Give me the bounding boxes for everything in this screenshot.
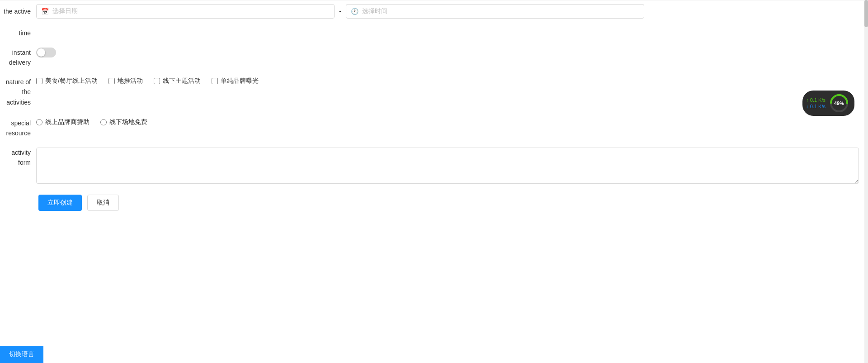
- radio-online-sponsor[interactable]: [36, 119, 42, 125]
- time-label-row: time: [0, 22, 868, 44]
- checkbox-item-ground[interactable]: 地推活动: [108, 77, 143, 85]
- checkbox-ground[interactable]: [108, 78, 115, 84]
- checkbox-food-label: 美食/餐厅线上活动: [45, 77, 98, 85]
- checkbox-brand[interactable]: [212, 78, 218, 84]
- toggle-thumb: [37, 48, 45, 57]
- checkbox-food[interactable]: [36, 78, 42, 84]
- instant-delivery-toggle[interactable]: [36, 48, 56, 57]
- gauge-percent-text: 49%: [834, 100, 844, 106]
- date-separator: -: [335, 8, 346, 15]
- page-container: the active 📅 选择日期 - 🕐 选择时间 time instant …: [0, 0, 868, 363]
- activity-textarea-content: [36, 148, 868, 184]
- checkbox-ground-label: 地推活动: [118, 77, 143, 85]
- checkbox-offline[interactable]: [154, 78, 160, 84]
- network-stats: ↑ 0.1 K/s ↓ 0.1 K/s: [806, 97, 826, 109]
- network-widget: ↑ 0.1 K/s ↓ 0.1 K/s 49%: [802, 91, 854, 116]
- activity-form-label: activity form: [0, 148, 36, 168]
- create-button[interactable]: 立即创建: [38, 195, 82, 211]
- activity-form-row: activity form: [0, 142, 868, 187]
- cancel-button[interactable]: 取消: [87, 195, 119, 211]
- calendar-icon: 📅: [41, 8, 49, 15]
- button-row: 立即创建 取消: [0, 187, 868, 218]
- time-picker-input[interactable]: 🕐 选择时间: [346, 4, 644, 19]
- clock-icon: 🕐: [351, 8, 359, 15]
- nature-checkbox-group: 美食/餐厅线上活动 地推活动 线下主题活动 单纯品牌曝光: [36, 77, 259, 85]
- network-gauge: 49%: [829, 93, 849, 113]
- nature-row: nature of the activities 美食/餐厅线上活动 地推活动 …: [0, 72, 868, 111]
- checkbox-brand-label: 单纯品牌曝光: [221, 77, 259, 85]
- toggle-track: [36, 48, 56, 57]
- checkbox-item-brand[interactable]: 单纯品牌曝光: [212, 77, 259, 85]
- checkbox-offline-label: 线下主题活动: [163, 77, 201, 85]
- network-download: ↓ 0.1 K/s: [806, 104, 826, 109]
- instant-delivery-row: instant delivery: [0, 44, 868, 72]
- right-scrollbar[interactable]: [864, 0, 868, 363]
- time-placeholder-text: 选择时间: [362, 7, 387, 15]
- special-resource-row: special resource 线上品牌商赞助 线下场地免费: [0, 111, 868, 142]
- activity-textarea[interactable]: [36, 148, 859, 184]
- active-label: the active: [0, 4, 36, 19]
- radio-offline-venue-label: 线下场地免费: [109, 118, 147, 126]
- date-placeholder-text: 选择日期: [52, 7, 78, 15]
- instant-label: instant delivery: [0, 48, 36, 68]
- scrollbar-thumb[interactable]: [864, 0, 868, 27]
- special-radio-group: 线上品牌商赞助 线下场地免费: [36, 118, 147, 126]
- network-upload: ↑ 0.1 K/s: [806, 97, 826, 103]
- lang-switch-button[interactable]: 切换语言: [0, 346, 43, 363]
- radio-online-sponsor-label: 线上品牌商赞助: [45, 118, 90, 126]
- date-time-content: 📅 选择日期 - 🕐 选择时间: [36, 4, 868, 19]
- date-time-row: the active 📅 选择日期 - 🕐 选择时间: [0, 0, 868, 22]
- nature-checkboxes: 美食/餐厅线上活动 地推活动 线下主题活动 单纯品牌曝光: [36, 77, 868, 85]
- radio-item-offline-venue[interactable]: 线下场地免费: [100, 118, 147, 126]
- instant-toggle-content: [36, 48, 868, 57]
- special-label: special resource: [0, 118, 36, 139]
- radio-offline-venue[interactable]: [100, 119, 107, 125]
- radio-item-online-sponsor[interactable]: 线上品牌商赞助: [36, 118, 90, 126]
- nature-label: nature of the activities: [0, 77, 36, 107]
- time-label: time: [0, 26, 36, 40]
- date-picker-input[interactable]: 📅 选择日期: [36, 4, 335, 19]
- checkbox-item-food[interactable]: 美食/餐厅线上活动: [36, 77, 98, 85]
- special-radios: 线上品牌商赞助 线下场地免费: [36, 118, 868, 126]
- checkbox-item-offline[interactable]: 线下主题活动: [154, 77, 201, 85]
